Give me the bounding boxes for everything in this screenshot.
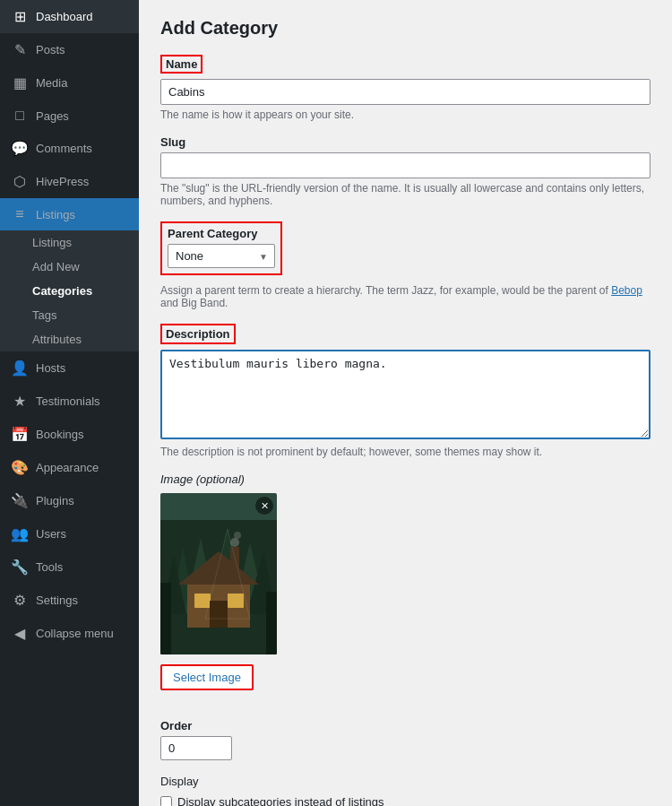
slug-field-group: Slug The "slug" is the URL-friendly vers… — [160, 135, 650, 207]
order-input[interactable] — [160, 736, 232, 760]
sidebar-item-settings[interactable]: ⚙ Settings — [0, 584, 139, 617]
slug-hint: The "slug" is the URL-friendly version o… — [160, 182, 650, 207]
sidebar-item-label: Pages — [36, 109, 69, 123]
sidebar-item-label: Settings — [36, 594, 78, 607]
order-label: Order — [160, 719, 650, 732]
settings-icon: ⚙ — [11, 592, 29, 609]
sidebar-item-label: Dashboard — [36, 10, 93, 23]
sidebar-item-appearance[interactable]: 🎨 Appearance — [0, 451, 139, 484]
parent-category-select-wrapper: None ▼ — [168, 244, 275, 268]
display-field-group: Display Display subcategories instead of… — [160, 775, 650, 806]
description-hint: The description is not prominent by defa… — [160, 446, 650, 458]
sidebar-item-hosts[interactable]: 👤 Hosts — [0, 351, 139, 385]
sidebar-item-users[interactable]: 👥 Users — [0, 517, 139, 550]
collapse-icon: ◀ — [11, 625, 29, 642]
description-label-box: Description — [160, 324, 236, 344]
svg-rect-11 — [194, 594, 211, 608]
svg-rect-13 — [210, 601, 228, 628]
listings-icon: ≡ — [11, 206, 29, 222]
listings-submenu: Listings Add New Categories Tags Attribu… — [0, 230, 139, 351]
sidebar-sub-item-listings[interactable]: Listings — [0, 230, 139, 255]
svg-rect-17 — [160, 583, 171, 654]
image-label: Image (optional) — [160, 472, 650, 486]
sidebar-sub-item-categories[interactable]: Categories — [0, 279, 139, 303]
parent-category-box: Parent Category None ▼ — [160, 221, 282, 275]
sidebar-item-bookings[interactable]: 📅 Bookings — [0, 418, 139, 451]
sidebar-item-label: Testimonials — [36, 394, 100, 408]
parent-category-label: Parent Category — [168, 227, 275, 240]
display-label: Display — [160, 775, 650, 788]
display-checkbox-label[interactable]: Display subcategories instead of listing… — [177, 795, 384, 806]
collapse-label: Collapse menu — [36, 627, 114, 640]
image-preview — [160, 493, 277, 654]
posts-icon: ✎ — [11, 41, 29, 58]
svg-point-16 — [234, 532, 241, 539]
remove-image-button[interactable]: ✕ — [255, 497, 273, 515]
sidebar-item-comments[interactable]: 💬 Comments — [0, 132, 139, 165]
slug-input[interactable] — [160, 152, 650, 178]
sidebar-item-label: Users — [36, 527, 66, 541]
description-label: Description — [166, 327, 230, 341]
plugins-icon: 🔌 — [11, 492, 29, 509]
sidebar-item-label: Appearance — [36, 461, 99, 474]
sidebar-item-label: Tools — [36, 560, 63, 574]
parent-category-select[interactable]: None — [168, 244, 275, 268]
sidebar-item-hivepress[interactable]: ⬡ HivePress — [0, 165, 139, 198]
sidebar-item-label: Comments — [36, 142, 92, 155]
image-section: Image (optional) — [160, 472, 650, 705]
sidebar-sub-item-attributes[interactable]: Attributes — [0, 327, 139, 351]
select-image-wrapper: Select Image — [160, 664, 650, 705]
sidebar-item-testimonials[interactable]: ★ Testimonials — [0, 385, 139, 418]
main-content: Add Category Name The name is how it app… — [139, 0, 672, 806]
appearance-icon: 🎨 — [11, 459, 29, 476]
sidebar-item-label: Media — [36, 76, 67, 90]
sidebar-item-dashboard[interactable]: ⊞ Dashboard — [0, 0, 139, 33]
dashboard-icon: ⊞ — [11, 8, 29, 25]
sidebar-item-media[interactable]: ▦ Media — [0, 66, 139, 100]
name-hint: The name is how it appears on your site. — [160, 108, 650, 121]
sidebar-item-label: HivePress — [36, 175, 89, 188]
page-title: Add Category — [160, 18, 650, 39]
display-checkbox-row: Display subcategories instead of listing… — [160, 795, 650, 806]
sidebar-item-tools[interactable]: 🔧 Tools — [0, 550, 139, 584]
media-icon: ▦ — [11, 74, 29, 91]
sidebar: ⊞ Dashboard ✎ Posts ▦ Media □ Pages 💬 Co… — [0, 0, 139, 806]
users-icon: 👥 — [11, 525, 29, 542]
sidebar-item-label: Listings — [36, 208, 75, 221]
sidebar-sub-item-add-new[interactable]: Add New — [0, 255, 139, 279]
sidebar-item-pages[interactable]: □ Pages — [0, 100, 139, 132]
name-label: Name — [160, 55, 202, 74]
bookings-icon: 📅 — [11, 426, 29, 443]
svg-rect-12 — [228, 594, 244, 608]
sidebar-sub-item-tags[interactable]: Tags — [0, 303, 139, 327]
order-field-group: Order — [160, 719, 650, 760]
parent-category-group: Parent Category None ▼ Assign a parent t… — [160, 221, 650, 309]
select-image-button[interactable]: Select Image — [160, 664, 254, 690]
hivepress-icon: ⬡ — [11, 173, 29, 190]
tools-icon: 🔧 — [11, 559, 29, 576]
description-field-group: Description Vestibulum mauris libero mag… — [160, 324, 650, 458]
sidebar-item-label: Posts — [36, 43, 65, 56]
svg-rect-18 — [266, 592, 277, 654]
collapse-menu[interactable]: ◀ Collapse menu — [0, 617, 139, 650]
slug-label: Slug — [160, 135, 650, 149]
image-preview-wrapper: ✕ — [160, 493, 277, 654]
description-textarea[interactable]: Vestibulum mauris libero magna. — [160, 350, 650, 439]
sidebar-item-label: Bookings — [36, 428, 83, 441]
sidebar-item-label: Hosts — [36, 361, 65, 375]
pages-icon: □ — [11, 108, 29, 124]
parent-category-hint: Assign a parent term to create a hierarc… — [160, 284, 650, 309]
hosts-icon: 👤 — [11, 360, 29, 377]
testimonials-icon: ★ — [11, 393, 29, 410]
sidebar-item-plugins[interactable]: 🔌 Plugins — [0, 484, 139, 517]
sidebar-item-posts[interactable]: ✎ Posts — [0, 33, 139, 66]
comments-icon: 💬 — [11, 140, 29, 157]
display-subcategories-checkbox[interactable] — [160, 796, 172, 806]
sidebar-item-listings[interactable]: ≡ Listings — [0, 198, 139, 230]
sidebar-item-label: Plugins — [36, 494, 74, 507]
name-input[interactable] — [160, 79, 650, 105]
name-field-group: Name The name is how it appears on your … — [160, 55, 650, 121]
